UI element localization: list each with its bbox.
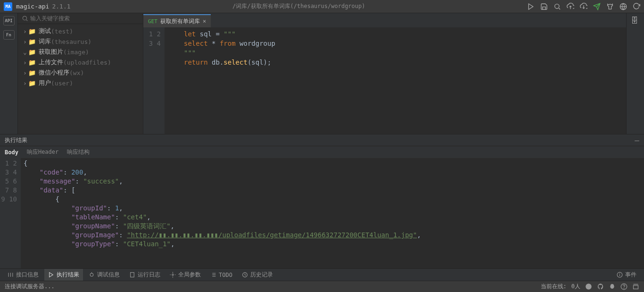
download-icon[interactable]	[580, 3, 587, 10]
result-tab-struct[interactable]: 响应结构	[67, 148, 90, 156]
globe-icon[interactable]	[619, 3, 627, 10]
api-rail-icon[interactable]: API	[3, 16, 15, 25]
github-icon[interactable]	[597, 283, 604, 290]
titlebar: MA magic-api 2.1.1 /词库/获取所有单词库(/thesauru…	[0, 0, 644, 13]
sidebar: › 📁 测试 (test) › 📁 词库 (thesaurus) ⌄ 📁 获取图…	[18, 13, 143, 134]
footer-tab-history[interactable]: 历史记录	[238, 269, 277, 281]
search-icon[interactable]	[553, 3, 561, 10]
file-icon	[129, 272, 135, 278]
info-icon	[617, 272, 623, 278]
code-editor[interactable]: 1 2 3 4 let sql = """ select * from word…	[143, 27, 626, 134]
clock-icon	[242, 272, 248, 278]
app-version: 2.1.1	[52, 3, 70, 10]
breadcrumb: /词库/获取所有单词库(/thesaurus/wordgroup)	[71, 2, 527, 10]
tree-item-thesaurus[interactable]: › 📁 词库 (thesaurus)	[18, 36, 143, 47]
svg-marker-14	[50, 273, 53, 277]
folder-icon: 📁	[28, 69, 36, 76]
right-rail: 🗄	[626, 13, 644, 134]
help-icon[interactable]	[620, 283, 627, 290]
svg-rect-17	[131, 273, 134, 277]
app-name: magic-api	[16, 3, 49, 10]
refresh-icon[interactable]	[633, 3, 640, 10]
list-icon	[210, 272, 216, 278]
online-label: 当前在线:	[541, 283, 567, 291]
folder-icon: 📁	[28, 49, 36, 56]
left-rail: API Fn	[0, 13, 18, 134]
shirt-icon[interactable]	[606, 3, 614, 10]
status-left: 连接调试服务器...	[5, 283, 55, 291]
result-tab-header[interactable]: 响应Header	[27, 148, 58, 156]
result-panel: 执行结果 — Body 响应Header 响应结构 1 2 3 4 5 6 7 …	[0, 134, 644, 268]
footer-tab-result[interactable]: 执行结果	[44, 269, 83, 281]
svg-marker-0	[528, 4, 533, 9]
qq-icon[interactable]	[609, 283, 616, 290]
code-content: let sql = """ select * from wordgroup ""…	[165, 27, 275, 134]
play-icon	[48, 272, 54, 278]
run-icon[interactable]	[527, 3, 535, 10]
send-icon[interactable]	[593, 3, 601, 10]
svg-point-9	[23, 16, 26, 20]
bug-icon	[89, 272, 95, 278]
tree-item-wx[interactable]: › 📁 微信小程序 (wx)	[18, 67, 143, 78]
svg-point-1	[555, 4, 559, 8]
svg-line-10	[26, 20, 27, 21]
result-gutter: 1 2 3 4 5 6 7 8 9 10	[0, 158, 21, 268]
close-tab-icon[interactable]: ×	[203, 18, 206, 25]
footer-tab-todo[interactable]: TODO	[206, 270, 236, 280]
svg-line-2	[559, 8, 560, 9]
footer-tabs: 接口信息 执行结果 调试信息 运行日志 全局参数 TODO 历史记录 事件	[0, 268, 644, 281]
footer-tab-api[interactable]: 接口信息	[4, 269, 42, 281]
result-json: { "code": 200, "message": "success", "da…	[21, 158, 421, 268]
svg-point-26	[586, 284, 592, 290]
folder-icon: 📁	[28, 28, 36, 35]
statusbar: 连接调试服务器... 当前在线: 0人	[0, 281, 644, 292]
upload-icon[interactable]	[567, 3, 574, 10]
app-logo: MA	[4, 2, 12, 11]
folder-icon: 📁	[28, 38, 36, 45]
file-tree: › 📁 测试 (test) › 📁 词库 (thesaurus) ⌄ 📁 获取图…	[18, 24, 143, 90]
search-input-icon	[22, 15, 28, 22]
online-count: 0人	[571, 283, 580, 291]
result-body[interactable]: 1 2 3 4 5 6 7 8 9 10 { "code": 200, "mes…	[0, 158, 644, 268]
sliders-icon	[8, 272, 14, 278]
svg-point-28	[624, 288, 624, 289]
chevron-right-icon: ›	[23, 69, 27, 76]
tree-item-test[interactable]: › 📁 测试 (test)	[18, 26, 143, 36]
search-input[interactable]	[30, 15, 139, 22]
gitee-icon[interactable]	[585, 283, 592, 290]
line-gutter: 1 2 3 4	[143, 27, 165, 134]
tree-item-image[interactable]: ⌄ 📁 获取图片 (image)	[18, 47, 143, 57]
chevron-right-icon: ›	[23, 28, 27, 35]
minimize-icon[interactable]: —	[635, 136, 639, 145]
footer-tab-log[interactable]: 运行日志	[125, 269, 164, 281]
collapse-icon[interactable]	[632, 283, 639, 290]
database-icon[interactable]: 🗄	[631, 16, 640, 25]
chevron-right-icon: ›	[23, 59, 27, 66]
editor-tabs: GET 获取所有单词库 ×	[143, 13, 626, 27]
result-tab-body[interactable]: Body	[5, 149, 18, 156]
editor-tab-active[interactable]: GET 获取所有单词库 ×	[143, 14, 211, 27]
folder-icon: 📁	[28, 59, 36, 66]
svg-point-15	[90, 273, 93, 276]
tree-item-uploadfiles[interactable]: › 📁 上传文件 (uploadfiles)	[18, 57, 143, 67]
svg-rect-29	[634, 285, 638, 289]
tab-name: 获取所有单词库	[160, 17, 200, 25]
chevron-right-icon: ›	[23, 80, 27, 87]
gear-icon	[170, 272, 176, 278]
footer-tab-global[interactable]: 全局参数	[166, 269, 205, 281]
tree-item-user[interactable]: › 📁 用户 (user)	[18, 78, 143, 88]
chevron-right-icon: ›	[23, 38, 27, 45]
folder-icon: 📁	[28, 80, 36, 87]
result-title: 执行结果	[5, 136, 27, 144]
footer-tab-debug[interactable]: 调试信息	[85, 269, 124, 281]
chevron-down-icon: ⌄	[23, 49, 27, 56]
footer-tab-event[interactable]: 事件	[613, 269, 640, 281]
svg-point-25	[619, 274, 620, 274]
svg-point-18	[172, 274, 173, 275]
tab-method: GET	[148, 18, 157, 25]
fn-rail-icon[interactable]: Fn	[3, 30, 15, 40]
save-icon[interactable]	[540, 3, 548, 10]
